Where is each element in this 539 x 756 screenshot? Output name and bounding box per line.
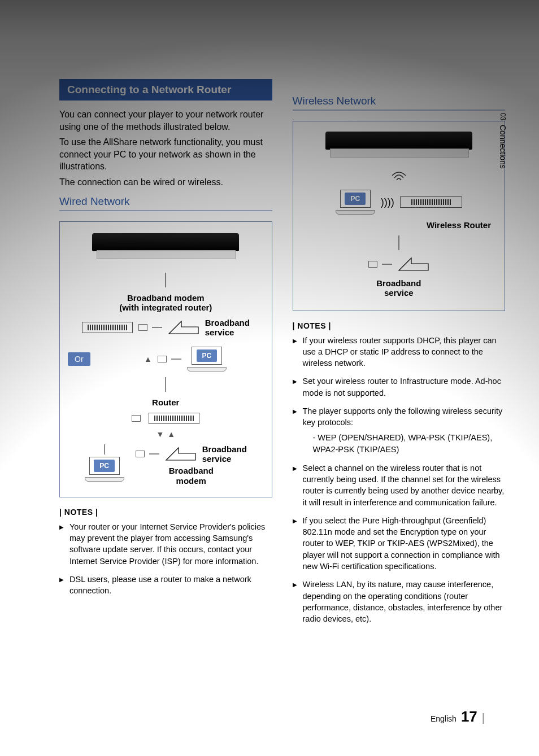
page-footer: English 17 | bbox=[431, 708, 485, 726]
note-item: The player supports only the following w… bbox=[293, 405, 506, 456]
or-badge: Or bbox=[68, 352, 90, 366]
pc-badge: PC bbox=[345, 193, 366, 205]
footer-divider-icon: | bbox=[482, 711, 485, 724]
side-tab: 03 Connections bbox=[498, 113, 507, 169]
laptop-icon: PC bbox=[85, 457, 124, 482]
wireless-subhead: Wireless Network bbox=[293, 95, 506, 111]
broadband-icon bbox=[165, 445, 197, 462]
intro-p1: You can connect your player to your netw… bbox=[59, 108, 272, 133]
arrow-down-icon: ▼ bbox=[156, 430, 164, 439]
cable-icon bbox=[158, 356, 181, 362]
note-subitem: WEP (OPEN/SHARED), WPA-PSK (TKIP/AES), W… bbox=[303, 432, 506, 456]
note-item: Select a channel on the wireless router … bbox=[293, 462, 506, 508]
note-item: Wireless LAN, by its nature, may cause i… bbox=[293, 579, 506, 624]
wifi-icon bbox=[390, 171, 407, 184]
arrow-up-icon: ▲ bbox=[167, 430, 175, 439]
note-item: Set your wireless router to Infrastructu… bbox=[293, 375, 506, 399]
arrow-up-icon: ▲ bbox=[144, 355, 152, 364]
wifi-signal-icon: )))) bbox=[381, 196, 394, 208]
broadband-service-label: Broadband service bbox=[376, 278, 421, 298]
router-label: Router bbox=[152, 397, 179, 407]
broadband-icon bbox=[168, 319, 199, 336]
cable-icon bbox=[104, 444, 105, 455]
laptop-icon: PC bbox=[187, 347, 227, 372]
cable-icon bbox=[132, 415, 143, 422]
cable-icon bbox=[138, 324, 162, 331]
note-item: If your wireless router supports DHCP, t… bbox=[293, 335, 506, 369]
intro-block: You can connect your player to your netw… bbox=[59, 108, 272, 189]
wired-diagram: Broadband modem (with integrated router)… bbox=[59, 221, 272, 497]
page-number: 17 bbox=[461, 708, 477, 726]
intro-p3: The connection can be wired or wireless. bbox=[59, 176, 272, 189]
note-text: The player supports only the following w… bbox=[303, 407, 503, 427]
broadband-icon bbox=[398, 256, 429, 273]
footer-language: English bbox=[431, 714, 457, 723]
router-icon bbox=[149, 413, 199, 424]
player-icon bbox=[92, 233, 239, 251]
cable-icon bbox=[368, 261, 392, 268]
pc-badge: PC bbox=[94, 460, 115, 472]
cable-icon bbox=[398, 235, 399, 250]
broadband-service-label: Broadband service bbox=[202, 444, 247, 464]
section-banner: Connecting to a Network Router bbox=[59, 79, 272, 100]
chapter-title: Connections bbox=[498, 125, 507, 169]
note-item: DSL users, please use a router to make a… bbox=[59, 574, 272, 597]
modem-router-icon bbox=[82, 322, 133, 333]
broadband-service-label: Broadband service bbox=[205, 318, 250, 338]
player-icon bbox=[325, 132, 472, 150]
cable-icon bbox=[165, 377, 166, 392]
note-item: If you select the Pure High-throughput (… bbox=[293, 515, 506, 572]
cable-icon bbox=[136, 451, 159, 457]
wireless-router-icon bbox=[400, 196, 462, 208]
intro-p2: To use the AllShare network functionalit… bbox=[59, 136, 272, 173]
pc-badge: PC bbox=[197, 349, 218, 362]
notes-heading: | NOTES | bbox=[293, 321, 506, 330]
notes-heading: | NOTES | bbox=[59, 508, 272, 517]
wireless-diagram: PC )))) Wireless Router Broadband servic… bbox=[293, 121, 506, 311]
laptop-icon: PC bbox=[336, 190, 375, 215]
wired-notes-list: Your router or your Internet Service Pro… bbox=[59, 521, 272, 597]
chapter-number: 03 bbox=[499, 113, 507, 120]
wired-subhead: Wired Network bbox=[59, 195, 272, 211]
note-item: Your router or your Internet Service Pro… bbox=[59, 521, 272, 567]
wireless-router-label: Wireless Router bbox=[427, 220, 491, 230]
cable-icon bbox=[165, 273, 166, 287]
modem-integrated-label: Broadband modem (with integrated router) bbox=[119, 293, 212, 313]
broadband-modem-label: Broadband modem bbox=[169, 466, 214, 486]
wireless-notes-list: If your wireless router supports DHCP, t… bbox=[293, 335, 506, 625]
